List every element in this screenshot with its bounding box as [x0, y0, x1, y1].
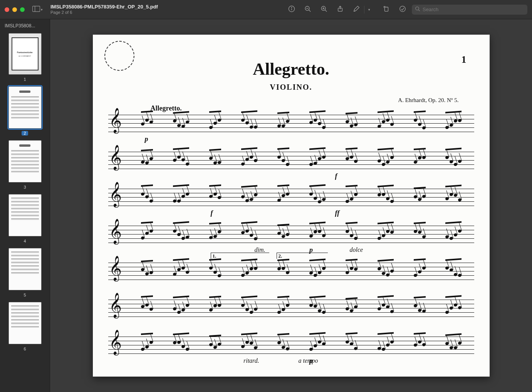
expression-marking: ritard.	[243, 357, 259, 364]
note-row	[131, 296, 472, 320]
thumbnail-page-2[interactable]: 2	[8, 86, 42, 136]
svg-point-16	[400, 6, 405, 11]
piece-title: Allegretto.	[108, 59, 474, 79]
thumbnail-page-number: 2	[22, 131, 28, 136]
library-stamp	[104, 41, 134, 71]
staff-system: 𝄞	[108, 300, 474, 317]
thumbnail-page-number: 4	[23, 239, 26, 243]
svg-rect-0	[32, 6, 40, 11]
treble-clef-icon: 𝄞	[109, 146, 122, 168]
thumbnail-page-1[interactable]: FantasiestückeA. E. EHRHARDT1	[8, 33, 42, 82]
thumbnail-page-3[interactable]: 3	[8, 140, 42, 189]
thumbnail-page-6[interactable]: 6	[8, 302, 42, 351]
svg-point-4	[291, 7, 292, 7]
window-controls	[5, 7, 25, 12]
svg-line-6	[309, 10, 311, 12]
markup-menu-button[interactable]: ▾	[368, 8, 370, 12]
sidebar-file-label: IMSLP35808...	[0, 19, 50, 31]
staff-system: 𝄞ritard.a tempop	[108, 337, 474, 353]
thumbnail-page-4[interactable]: 4	[8, 194, 42, 243]
thumbnail-sidebar: IMSLP35808... FantasiestückeA. E. EHRHAR…	[0, 19, 50, 392]
treble-clef-icon: 𝄞	[109, 183, 122, 205]
share-button[interactable]	[336, 6, 344, 13]
note-row	[131, 148, 472, 173]
staff-system: 𝄞1.2.	[108, 263, 474, 280]
dynamic-marking: p	[309, 357, 313, 365]
rotate-icon	[383, 5, 390, 14]
thumbnail-image	[8, 140, 42, 183]
highlighter-icon	[399, 5, 406, 14]
info-button[interactable]	[288, 6, 295, 13]
note-row	[131, 111, 472, 136]
dynamic-marking: f	[335, 172, 337, 180]
thumbnail-page-number: 5	[23, 293, 26, 297]
zoom-in-button[interactable]	[320, 6, 328, 13]
staff-system: 𝄞dim.pdolce	[108, 226, 474, 243]
rotate-button[interactable]	[383, 6, 390, 13]
search-icon	[415, 6, 420, 13]
main: IMSLP35808... FantasiestückeA. E. EHRHAR…	[0, 19, 532, 392]
toolbar: ▾	[288, 6, 406, 13]
svg-line-18	[418, 10, 420, 11]
thumbnail-image: FantasiestückeA. E. EHRHARDT	[8, 33, 42, 75]
thumbnail-page-number: 6	[23, 347, 26, 351]
svg-line-14	[354, 11, 356, 11]
thumbnail-page-number: 1	[23, 77, 26, 82]
sheet-page: 1 Allegretto. VIOLINO. A. Ehrhardt, Op. …	[93, 35, 490, 377]
treble-clef-icon: 𝄞	[109, 294, 122, 316]
sidebar-icon	[32, 6, 40, 13]
staff-system: 𝄞p	[108, 115, 474, 132]
treble-clef-icon: 𝄞	[109, 109, 122, 131]
info-icon	[288, 5, 295, 14]
treble-clef-icon: 𝄞	[109, 220, 122, 242]
pencil-icon	[353, 5, 360, 14]
markup-button[interactable]	[352, 6, 360, 13]
search-input[interactable]	[423, 7, 524, 12]
staff-system: 𝄞fff	[108, 189, 474, 206]
document-viewport[interactable]: 1 Allegretto. VIOLINO. A. Ehrhardt, Op. …	[50, 19, 532, 392]
note-row	[131, 222, 472, 246]
thumbnails-list: FantasiestückeA. E. EHRHARDT123456	[0, 31, 50, 359]
thumbnail-page-number: 3	[23, 185, 26, 189]
fullscreen-button[interactable]	[20, 7, 25, 12]
search-box[interactable]	[412, 5, 527, 15]
document-title: IMSLP358086-PMLP578359-Ehr_OP_20_5.pdf	[50, 4, 158, 10]
svg-point-17	[416, 7, 419, 10]
divider	[364, 6, 364, 13]
thumbnail-image	[8, 86, 42, 129]
annotate-button[interactable]	[399, 6, 406, 13]
thumbnail-image	[8, 248, 42, 290]
sidebar-toggle[interactable]: ▾	[32, 6, 43, 13]
thumbnail-page-5[interactable]: 5	[8, 248, 42, 297]
share-icon	[337, 5, 344, 14]
volta-bracket: 2.	[277, 253, 328, 259]
zoom-out-icon	[304, 5, 311, 14]
expression-marking: a tempo	[299, 357, 318, 364]
close-button[interactable]	[5, 7, 9, 12]
instrument-label: VIOLINO.	[108, 83, 474, 92]
svg-line-9	[325, 10, 327, 12]
minimize-button[interactable]	[12, 7, 17, 12]
title-block: IMSLP358086-PMLP578359-Ehr_OP_20_5.pdf P…	[50, 4, 158, 15]
composer-label: A. Ehrhardt, Op. 20. Nº 5.	[108, 97, 459, 104]
svg-rect-15	[385, 7, 388, 11]
expression-marking: dolce	[350, 246, 363, 253]
staff-system: 𝄞f	[108, 152, 474, 169]
thumbnail-image	[8, 302, 42, 344]
titlebar: ▾ IMSLP358086-PMLP578359-Ehr_OP_20_5.pdf…	[0, 0, 532, 19]
zoom-in-icon	[321, 5, 327, 14]
chevron-down-icon: ▾	[41, 8, 43, 12]
page-indicator: Page 2 of 6	[50, 10, 158, 15]
note-row	[131, 259, 472, 283]
note-row	[131, 185, 472, 209]
note-row	[131, 333, 472, 357]
volta-bracket: 1.	[211, 253, 269, 259]
dynamic-marking: p	[145, 135, 148, 143]
music-systems: 𝄞p𝄞f𝄞fff𝄞dim.pdolce𝄞1.2.𝄞𝄞ritard.a tempo…	[108, 115, 474, 353]
dynamic-marking: f	[211, 209, 213, 217]
treble-clef-icon: 𝄞	[109, 331, 122, 353]
treble-clef-icon: 𝄞	[109, 257, 122, 279]
thumbnail-image	[8, 194, 42, 236]
zoom-out-button[interactable]	[304, 6, 312, 13]
sheet-page-number: 1	[462, 54, 467, 65]
